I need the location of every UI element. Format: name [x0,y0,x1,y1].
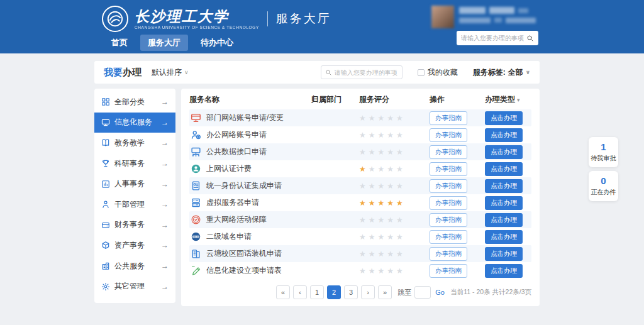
service-rating: ★★★★★ [359,165,430,174]
guide-button[interactable]: 办事指南 [430,264,467,278]
sort-dropdown[interactable]: 默认排序 ∨ [152,67,189,78]
guide-button[interactable]: 办事指南 [430,162,467,176]
avatar-icon [191,163,201,174]
service-rating: ★★★★★ [359,131,430,140]
apply-button[interactable]: 点击办理 [485,111,523,125]
brand-area: 长沙理工大学 CHANGSHA UNIVERSITY OF SCIENCE & … [102,6,331,32]
apply-button[interactable]: 点击办理 [485,196,523,210]
apply-button[interactable]: 点击办理 [485,213,523,227]
table-row[interactable]: 办公网络账号申请 ★★★★★ 办事指南 点击办理 [189,126,531,143]
search-icon[interactable] [526,35,534,42]
star-empty-icon: ★ [378,216,385,224]
service-name[interactable]: 虚拟服务器申请 [206,197,259,208]
apply-button[interactable]: 点击办理 [485,247,523,261]
guide-button[interactable]: 办事指南 [430,111,467,125]
favorites-checkbox[interactable] [418,69,425,76]
page-button-3[interactable]: 3 [344,285,358,299]
sidebar-item-all-categories[interactable]: 全部分类 → [94,92,175,113]
nav-item-todo-center[interactable]: 待办中心 [193,35,241,51]
guide-button[interactable]: 办事指南 [430,128,467,142]
guide-button[interactable]: 办事指南 [430,196,467,210]
service-rating: ★★★★★ [359,114,430,123]
apply-button[interactable]: 点击办理 [485,230,523,244]
nav-item-service-hall[interactable]: 服务大厅 [140,35,188,51]
prev-page-button[interactable]: ‹ [293,285,307,299]
guide-button[interactable]: 办事指南 [430,145,467,159]
table-row[interactable]: 部门网站账号申请/变更 ★★★★★ 办事指南 点击办理 [189,109,531,126]
service-name[interactable]: 信息化建设立项申请表 [206,265,282,276]
table-row[interactable]: 二级域名申请 ★★★★★ 办事指南 点击办理 [189,228,531,245]
avatar[interactable] [431,6,454,28]
service-name[interactable]: 上网认证计费 [206,163,252,174]
guide-button[interactable]: 办事指南 [430,230,467,244]
table-row[interactable]: 上网认证计费 ★★★★★ 办事指南 点击办理 [189,160,531,177]
guide-button[interactable]: 办事指南 [430,213,467,227]
star-empty-icon: ★ [396,233,403,241]
sidebar-item-finance-affairs[interactable]: 财务事务 → [94,215,175,236]
star-empty-icon: ★ [369,267,375,275]
check-circle-icon [191,214,201,225]
guide-button[interactable]: 办事指南 [430,179,467,193]
service-search-input[interactable] [335,69,398,76]
service-name[interactable]: 公共数据接口申请 [206,146,267,157]
table-row[interactable]: 虚拟服务器申请 ★★★★★ 办事指南 点击办理 [189,194,531,211]
star-empty-icon: ★ [396,131,403,140]
sidebar-item-label: 资产事务 [114,240,145,251]
apply-button[interactable]: 点击办理 [485,162,523,176]
sidebar-item-it-services[interactable]: 信息化服务 → [94,113,175,133]
next-page-button[interactable]: › [361,285,375,299]
favorites-filter[interactable]: 我的收藏 [418,67,458,78]
guide-button[interactable]: 办事指南 [430,247,467,261]
service-rating: ★★★★★ [359,182,430,190]
apply-button[interactable]: 点击办理 [485,179,523,193]
sidebar-item-other-management[interactable]: 其它管理 → [94,276,175,297]
star-empty-icon: ★ [396,250,403,258]
user-info-redacted[interactable] [431,6,538,30]
header-search-input[interactable] [461,35,526,41]
service-name[interactable]: 二级域名申请 [206,231,252,242]
go-button[interactable]: Go [435,289,445,296]
service-rating: ★★★★★ [359,250,430,258]
nav-item-home[interactable]: 首页 [104,35,135,51]
service-name[interactable]: 重大网络活动保障 [206,214,267,225]
first-page-button[interactable]: « [276,285,290,299]
star-empty-icon: ★ [359,216,366,224]
gear-icon [101,282,110,291]
sidebar-item-academic-affairs[interactable]: 教务教学 → [94,133,175,153]
data-interface-icon [191,146,201,157]
page-title-rest: 办理 [123,67,142,77]
table-row[interactable]: 云塘校区固话装机申请 ★★★★★ 办事指南 点击办理 [189,245,531,262]
apply-button[interactable]: 点击办理 [485,128,523,142]
domain-icon [191,231,201,242]
computer-icon [101,118,110,127]
table-row[interactable]: 统一身份认证集成申请 ★★★★★ 办事指南 点击办理 [189,177,531,194]
apply-button[interactable]: 点击办理 [485,264,523,278]
sidebar-item-public-services[interactable]: 公共服务 → [94,256,175,277]
apply-button[interactable]: 点击办理 [485,145,523,159]
star-filled-icon: ★ [369,199,375,207]
table-row[interactable]: 重大网络活动保障 ★★★★★ 办事指南 点击办理 [189,211,531,228]
sidebar-item-asset-affairs[interactable]: 资产事务 → [94,235,175,256]
page-jump-input[interactable] [414,286,431,299]
star-empty-icon: ★ [387,250,394,258]
service-name[interactable]: 统一身份认证集成申请 [206,180,282,191]
arrow-right-icon: → [161,118,169,127]
sidebar-item-hr-affairs[interactable]: 人事事务 → [94,174,175,194]
header-process-type[interactable]: 办理类型 ▾ [485,94,531,105]
service-name[interactable]: 办公网络账号申请 [206,129,267,140]
service-name[interactable]: 云塘校区固话装机申请 [206,248,282,259]
in-progress-card[interactable]: 0 正在办件 [589,171,618,201]
table-row[interactable]: 信息化建设立项申请表 ★★★★★ 办事指南 点击办理 [189,262,531,279]
sidebar-item-cadre-management[interactable]: 干部管理 → [94,194,175,215]
sidebar-item-research-affairs[interactable]: 科研事务 → [94,153,175,174]
jump-to-label: 跳至 [397,288,411,297]
pending-approval-card[interactable]: 1 待我审批 [589,137,618,167]
page-button-2-active[interactable]: 2 [327,285,341,299]
last-page-button[interactable]: » [378,285,392,299]
service-name[interactable]: 部门网站账号申请/变更 [206,113,284,123]
table-row[interactable]: 公共数据接口申请 ★★★★★ 办事指南 点击办理 [189,143,531,160]
page-button-1[interactable]: 1 [310,285,324,299]
in-progress-count: 0 [590,175,617,186]
service-tag-dropdown[interactable]: 服务标签: 全部 ∨ [473,67,530,78]
star-empty-icon: ★ [369,216,375,224]
